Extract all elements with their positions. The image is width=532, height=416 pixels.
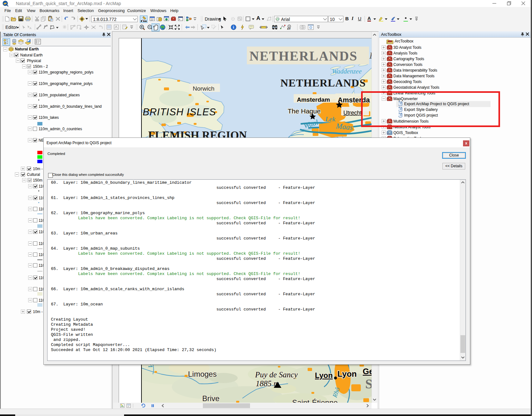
svg-text:F: F <box>369 50 372 61</box>
svg-text:Puy de Sancy: Puy de Sancy <box>255 370 298 379</box>
svg-text:Amsterdam: Amsterdam <box>297 96 330 103</box>
svg-text:Norwich: Norwich <box>193 85 215 92</box>
svg-text:Saint-Étienne: Saint-Étienne <box>292 398 338 403</box>
svg-text:Ge: Ge <box>363 367 372 376</box>
svg-text:Limoges: Limoges <box>188 370 217 378</box>
svg-text:Lyon: Lyon <box>315 371 333 380</box>
svg-text:The Hague: The Hague <box>288 107 321 115</box>
svg-text:Utrecht: Utrecht <box>343 110 362 116</box>
svg-text:NETHERLANDS: NETHERLANDS <box>280 77 366 89</box>
svg-text:Brive: Brive <box>202 394 220 403</box>
svg-text:Lek: Lek <box>325 115 336 123</box>
svg-text:Waddenzee: Waddenzee <box>332 67 362 75</box>
svg-text:Lyon: Lyon <box>337 369 357 379</box>
svg-text:NETHERLANDS: NETHERLANDS <box>249 49 358 63</box>
svg-text:BRITISH ISLES: BRITISH ISLES <box>143 106 216 118</box>
svg-text:S: S <box>365 377 372 391</box>
